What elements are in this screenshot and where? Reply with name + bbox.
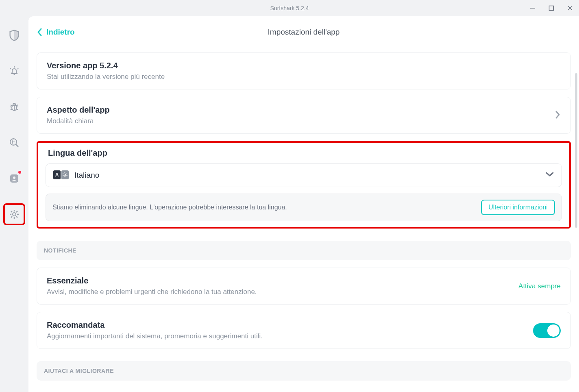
- alert-icon: [8, 65, 20, 77]
- notification-recommended-card: Raccomandata Aggiornamenti importanti de…: [37, 312, 571, 349]
- page-header: Indietro Impostazioni dell'app: [37, 16, 571, 45]
- search-globe-icon: [9, 137, 20, 148]
- more-info-button[interactable]: Ulteriori informazioni: [481, 200, 555, 215]
- essential-subtitle: Avvisi, modifiche e problemi urgenti che…: [47, 288, 257, 296]
- chevron-right-icon: [555, 110, 561, 121]
- scrollbar-thumb-icon: [575, 73, 577, 228]
- gear-icon: [9, 209, 20, 220]
- page-title: Impostazioni dell'app: [268, 28, 340, 37]
- chevron-left-icon: [37, 28, 42, 37]
- language-selector[interactable]: A字 Italiano: [46, 163, 562, 187]
- svg-line-19: [16, 144, 18, 147]
- svg-line-6: [10, 68, 11, 69]
- shield-icon: [9, 29, 20, 41]
- maximize-button[interactable]: [546, 3, 556, 13]
- window-controls: [528, 0, 575, 16]
- sidebar-item-vpn[interactable]: [3, 24, 25, 46]
- appearance-subtitle: Modalità chiara: [47, 117, 110, 125]
- version-subtitle: Stai utilizzando la versione più recente: [47, 73, 561, 81]
- essential-title: Essenziale: [47, 276, 257, 285]
- user-icon: [9, 173, 20, 184]
- notification-essential-card: Essenziale Avvisi, modifiche e problemi …: [37, 268, 571, 305]
- svg-point-22: [13, 213, 16, 216]
- section-help-improve: AIUTACI A MIGLIORARE: [37, 361, 571, 381]
- language-icon: A字: [53, 170, 69, 180]
- svg-point-21: [13, 176, 15, 179]
- sidebar-item-antivirus[interactable]: [3, 96, 25, 118]
- scrollbar[interactable]: [575, 73, 577, 301]
- appearance-title: Aspetto dell'app: [47, 105, 110, 115]
- language-notice: Stiamo eliminando alcune lingue. L'opera…: [46, 194, 562, 221]
- sidebar-item-settings[interactable]: [3, 203, 25, 225]
- bug-icon: [9, 101, 20, 113]
- back-button[interactable]: Indietro: [37, 28, 75, 37]
- back-label: Indietro: [46, 28, 75, 37]
- content-area: Indietro Impostazioni dell'app Versione …: [28, 16, 579, 392]
- essential-status: Attiva sempre: [518, 282, 561, 290]
- sidebar-item-search[interactable]: [3, 132, 25, 154]
- svg-line-7: [17, 68, 18, 69]
- close-button[interactable]: [565, 3, 575, 13]
- language-notice-text: Stiamo eliminando alcune lingue. L'opera…: [52, 204, 287, 211]
- minimize-button[interactable]: [528, 3, 538, 13]
- recommended-toggle[interactable]: [533, 323, 561, 338]
- language-selected: Italiano: [74, 171, 99, 180]
- sidebar: [0, 16, 28, 392]
- svg-line-13: [11, 105, 12, 106]
- titlebar: Surfshark 5.2.4: [0, 0, 579, 16]
- toggle-knob-icon: [547, 324, 559, 337]
- recommended-subtitle: Aggiornamenti importanti del sistema, pr…: [47, 332, 263, 340]
- version-card: Versione app 5.2.4 Stai utilizzando la v…: [37, 52, 571, 89]
- sidebar-item-account[interactable]: [3, 168, 25, 189]
- svg-rect-1: [549, 6, 554, 11]
- language-section: Lingua dell'app A字 Italiano Stiamo elimi…: [37, 141, 571, 229]
- svg-point-4: [14, 74, 15, 75]
- language-title: Lingua dell'app: [48, 148, 562, 158]
- chevron-down-icon: [545, 172, 554, 179]
- version-title: Versione app 5.2.4: [47, 61, 561, 70]
- sidebar-item-alert[interactable]: [3, 60, 25, 82]
- window-title: Surfshark 5.2.4: [270, 5, 309, 11]
- appearance-card[interactable]: Aspetto dell'app Modalità chiara: [37, 97, 571, 134]
- section-notifications: NOTIFICHE: [37, 241, 571, 260]
- svg-line-14: [16, 105, 18, 106]
- recommended-title: Raccomandata: [47, 320, 263, 330]
- notification-dot-icon: [18, 171, 21, 174]
